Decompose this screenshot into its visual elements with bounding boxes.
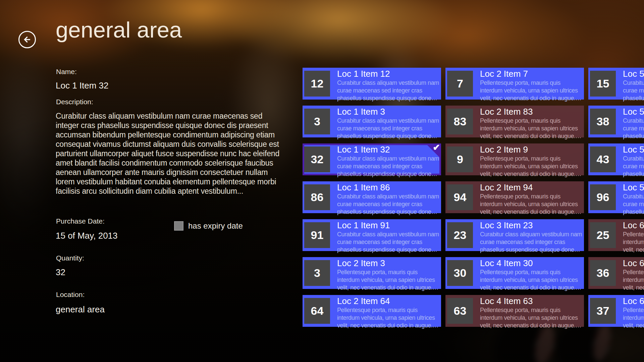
item-tile[interactable]: 23Loc 3 Item 23Curabitur class aliquam v… bbox=[445, 219, 584, 251]
tile-text: Loc 1 Item 91Curabitur class aliquam ves… bbox=[337, 220, 440, 254]
tile-title: Loc 5 Item 96 bbox=[623, 182, 644, 193]
tile-title: Loc 3 Item 23 bbox=[480, 220, 583, 231]
item-tile[interactable]: 7Loc 2 Item 7Pellentesque porta, mauris … bbox=[445, 68, 584, 100]
tile-quantity-badge: 96 bbox=[590, 184, 616, 210]
item-tile[interactable]: 94Loc 2 Item 94Pellentesque porta, mauri… bbox=[445, 181, 584, 213]
tile-quantity-badge: 15 bbox=[590, 71, 616, 97]
page-title: general area bbox=[56, 17, 182, 43]
back-arrow-icon bbox=[22, 35, 32, 45]
tile-title: Loc 1 Item 91 bbox=[337, 220, 440, 231]
tile-text: Loc 3 Item 23Curabitur class aliquam ves… bbox=[480, 220, 583, 254]
item-tile[interactable]: 3Loc 2 Item 3Pellentesque porta, mauris … bbox=[303, 257, 441, 289]
tile-quantity-badge: 86 bbox=[304, 184, 330, 210]
tile-title: Loc 6 Item 37 bbox=[623, 296, 644, 306]
quantity-value: 32 bbox=[56, 267, 65, 278]
item-tile[interactable]: 86Loc 1 Item 86Curabitur class aliquam v… bbox=[303, 181, 441, 213]
tile-description: Pellentesque porta, mauris quis interdum… bbox=[623, 231, 644, 254]
tile-text: Loc 2 Item 83Pellentesque porta, mauris … bbox=[480, 107, 583, 140]
tile-text: Loc 5 Item 96Curabitur class aliquam ves… bbox=[623, 182, 644, 216]
tile-title: Loc 1 Item 3 bbox=[337, 107, 440, 117]
items-grid: 12Loc 1 Item 12Curabitur class aliquam v… bbox=[303, 68, 644, 327]
tile-description: Curabitur class aliquam vestibulum nam c… bbox=[337, 231, 440, 254]
tile-text: Loc 1 Item 12Curabitur class aliquam ves… bbox=[337, 69, 440, 102]
tile-quantity-badge: 9 bbox=[447, 146, 473, 172]
item-tile[interactable]: 96Loc 5 Item 96Curabitur class aliquam v… bbox=[588, 181, 644, 213]
expiry-date-row: has expiry date bbox=[174, 221, 243, 231]
tile-title: Loc 5 Item 43 bbox=[623, 144, 644, 155]
tile-description: Pellentesque porta, mauris quis interdum… bbox=[480, 193, 583, 216]
tile-title: Loc 2 Item 94 bbox=[480, 182, 583, 193]
tile-title: Loc 4 Item 63 bbox=[480, 296, 583, 306]
tile-description: Pellentesque porta, mauris quis interdum… bbox=[337, 306, 440, 329]
tile-column: 7Loc 2 Item 7Pellentesque porta, mauris … bbox=[445, 68, 584, 327]
location-value: general area bbox=[56, 304, 105, 315]
tile-description: Curabitur class aliquam vestibulum nam c… bbox=[623, 193, 644, 216]
tile-description: Pellentesque porta, mauris quis interdum… bbox=[480, 79, 583, 102]
tile-text: Loc 2 Item 9Pellentesque porta, mauris q… bbox=[480, 144, 583, 178]
description-label: Description: bbox=[56, 98, 93, 106]
item-tile[interactable]: 91Loc 1 Item 91Curabitur class aliquam v… bbox=[303, 219, 441, 251]
tile-text: Loc 5 Item 43Curabitur class aliquam ves… bbox=[623, 144, 644, 178]
has-expiry-date-checkbox[interactable] bbox=[174, 221, 183, 231]
tile-quantity-badge: 83 bbox=[447, 109, 473, 134]
item-tile[interactable]: 38Loc 5 Item 38Curabitur class aliquam v… bbox=[588, 106, 644, 137]
has-expiry-date-label: has expiry date bbox=[188, 221, 243, 231]
tile-description: Curabitur class aliquam vestibulum nam c… bbox=[623, 155, 644, 178]
app-window: general area Name: Loc 1 Item 32 Descrip… bbox=[0, 0, 644, 362]
tile-text: Loc 5 Item 38Curabitur class aliquam ves… bbox=[623, 107, 644, 140]
item-tile[interactable]: 15Loc 5 Item 15Curabitur class aliquam v… bbox=[588, 68, 644, 100]
tile-quantity-badge: 43 bbox=[590, 146, 616, 172]
tile-text: Loc 1 Item 3Curabitur class aliquam vest… bbox=[337, 107, 440, 140]
tile-title: Loc 5 Item 15 bbox=[623, 69, 644, 79]
tile-quantity-badge: 7 bbox=[447, 71, 473, 97]
tile-quantity-badge: 12 bbox=[304, 71, 330, 97]
tile-quantity-badge: 64 bbox=[304, 298, 330, 324]
tile-description: Pellentesque porta, mauris quis interdum… bbox=[623, 306, 644, 329]
description-value: Curabitur class aliquam vestibulum nam c… bbox=[56, 111, 280, 196]
item-tile[interactable]: 30Loc 4 Item 30Pellentesque porta, mauri… bbox=[445, 257, 584, 289]
item-tile[interactable]: 63Loc 4 Item 63Pellentesque porta, mauri… bbox=[445, 295, 584, 327]
tile-text: Loc 6 Item 36Pellentesque porta, mauris … bbox=[623, 258, 644, 292]
item-tile[interactable]: 25Loc 6 Item 25Pellentesque porta, mauri… bbox=[588, 219, 644, 251]
tile-column: 12Loc 1 Item 12Curabitur class aliquam v… bbox=[303, 68, 441, 327]
item-tile[interactable]: 32Loc 1 Item 32Curabitur class aliquam v… bbox=[303, 143, 441, 175]
tile-description: Curabitur class aliquam vestibulum nam c… bbox=[337, 193, 440, 216]
tile-text: Loc 4 Item 30Pellentesque porta, mauris … bbox=[480, 258, 583, 292]
tile-description: Pellentesque porta, mauris quis interdum… bbox=[480, 117, 583, 140]
tile-text: Loc 2 Item 94Pellentesque porta, mauris … bbox=[480, 182, 583, 216]
tile-quantity-badge: 91 bbox=[304, 222, 330, 248]
item-tile[interactable]: 83Loc 2 Item 83Pellentesque porta, mauri… bbox=[445, 106, 584, 137]
tile-text: Loc 1 Item 86Curabitur class aliquam ves… bbox=[337, 182, 440, 216]
quantity-label: Quantity: bbox=[56, 254, 84, 262]
item-tile[interactable]: 64Loc 2 Item 64Pellentesque porta, mauri… bbox=[303, 295, 441, 327]
tile-quantity-badge: 3 bbox=[304, 260, 330, 286]
tile-text: Loc 1 Item 32Curabitur class aliquam ves… bbox=[337, 144, 440, 178]
back-button[interactable] bbox=[18, 31, 36, 48]
tile-description: Curabitur class aliquam vestibulum nam c… bbox=[623, 79, 644, 102]
purchase-date-label: Purchase Date: bbox=[56, 217, 105, 225]
item-tile[interactable]: 37Loc 6 Item 37Pellentesque porta, mauri… bbox=[588, 295, 644, 327]
tile-title: Loc 6 Item 25 bbox=[623, 220, 644, 231]
tile-description: Pellentesque porta, mauris quis interdum… bbox=[623, 268, 644, 292]
tile-quantity-badge: 32 bbox=[304, 146, 330, 172]
tile-title: Loc 5 Item 38 bbox=[623, 107, 644, 117]
item-tile[interactable]: 12Loc 1 Item 12Curabitur class aliquam v… bbox=[303, 68, 441, 100]
item-tile[interactable]: 9Loc 2 Item 9Pellentesque porta, mauris … bbox=[445, 143, 584, 175]
tile-title: Loc 1 Item 86 bbox=[337, 182, 440, 193]
location-label: Location: bbox=[56, 291, 85, 299]
item-tile[interactable]: 36Loc 6 Item 36Pellentesque porta, mauri… bbox=[588, 257, 644, 289]
item-tile[interactable]: 3Loc 1 Item 3Curabitur class aliquam ves… bbox=[303, 106, 441, 137]
tile-title: Loc 4 Item 30 bbox=[480, 258, 583, 268]
tile-text: Loc 5 Item 15Curabitur class aliquam ves… bbox=[623, 69, 644, 102]
tile-title: Loc 2 Item 9 bbox=[480, 144, 583, 155]
name-label: Name: bbox=[56, 68, 77, 76]
tile-description: Curabitur class aliquam vestibulum nam c… bbox=[480, 231, 583, 254]
tile-text: Loc 6 Item 37Pellentesque porta, mauris … bbox=[623, 296, 644, 329]
tile-column: 15Loc 5 Item 15Curabitur class aliquam v… bbox=[588, 68, 644, 327]
tile-description: Pellentesque porta, mauris quis interdum… bbox=[480, 306, 583, 329]
item-tile[interactable]: 43Loc 5 Item 43Curabitur class aliquam v… bbox=[588, 143, 644, 175]
tile-description: Pellentesque porta, mauris quis interdum… bbox=[480, 155, 583, 178]
tile-quantity-badge: 36 bbox=[590, 260, 616, 286]
tile-description: Curabitur class aliquam vestibulum nam c… bbox=[623, 117, 644, 140]
tile-title: Loc 2 Item 3 bbox=[337, 258, 440, 268]
